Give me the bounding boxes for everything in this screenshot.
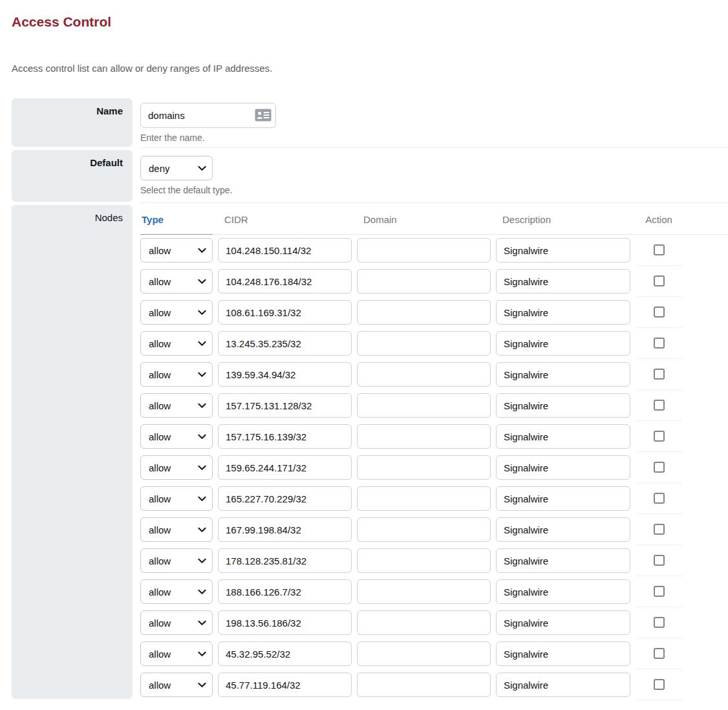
node-action-cell [636, 328, 682, 359]
node-type-select[interactable]: allow [140, 362, 213, 387]
node-type-select[interactable]: allow [140, 548, 213, 573]
node-type-select-wrap: allow [140, 362, 213, 387]
node-type-select[interactable]: allow [140, 331, 213, 356]
node-type-select[interactable]: allow [140, 486, 213, 511]
node-cidr-cell [218, 483, 352, 514]
node-cidr-input[interactable] [218, 517, 352, 542]
node-cidr-input[interactable] [218, 548, 352, 573]
node-type-select[interactable]: allow [140, 641, 213, 666]
node-domain-input[interactable] [357, 455, 491, 480]
node-domain-input[interactable] [357, 548, 491, 573]
node-delete-checkbox[interactable] [654, 275, 665, 286]
node-delete-checkbox[interactable] [654, 493, 665, 504]
node-delete-checkbox[interactable] [654, 431, 665, 442]
node-cidr-input[interactable] [218, 610, 352, 635]
node-description-cell [496, 297, 630, 328]
node-delete-checkbox[interactable] [654, 679, 665, 690]
node-cidr-input[interactable] [218, 486, 352, 511]
node-type-select[interactable]: allow [140, 455, 213, 480]
node-delete-checkbox[interactable] [654, 648, 665, 659]
node-description-input[interactable] [496, 238, 630, 263]
node-cidr-cell [218, 638, 352, 669]
node-domain-input[interactable] [357, 486, 491, 511]
address-card-icon[interactable] [255, 109, 272, 122]
node-action-cell [636, 669, 682, 700]
node-description-input[interactable] [496, 300, 630, 325]
node-description-input[interactable] [496, 393, 630, 418]
node-domain-input[interactable] [357, 362, 491, 387]
default-field-area: deny Select the default type. [140, 150, 728, 203]
node-type-select[interactable]: allow [140, 300, 213, 325]
access-control-page: Access Control Access control list can a… [0, 14, 728, 700]
node-description-input[interactable] [496, 610, 630, 635]
node-domain-input[interactable] [357, 300, 491, 325]
node-cidr-input[interactable] [218, 424, 352, 449]
node-description-input[interactable] [496, 486, 630, 511]
node-domain-input[interactable] [357, 393, 491, 418]
node-domain-input[interactable] [357, 610, 491, 635]
nodes-label: Nodes [12, 205, 133, 699]
node-description-input[interactable] [496, 455, 630, 480]
node-description-input[interactable] [496, 331, 630, 356]
node-delete-checkbox[interactable] [654, 462, 665, 473]
node-description-input[interactable] [496, 424, 630, 449]
node-delete-checkbox[interactable] [654, 586, 665, 597]
node-type-select[interactable]: allow [140, 424, 213, 449]
node-cidr-input[interactable] [218, 455, 352, 480]
node-cidr-input[interactable] [218, 579, 352, 604]
column-header-cidr: CIDR [218, 213, 352, 226]
node-domain-cell [357, 421, 491, 452]
node-type-cell: allow [140, 328, 213, 359]
node-domain-input[interactable] [357, 424, 491, 449]
node-cidr-input[interactable] [218, 238, 352, 263]
node-type-select[interactable]: allow [140, 238, 213, 263]
node-action-cell [636, 607, 682, 638]
node-delete-checkbox[interactable] [654, 244, 665, 255]
node-domain-cell [357, 359, 491, 390]
node-delete-checkbox[interactable] [654, 617, 665, 628]
node-domain-input[interactable] [357, 641, 491, 666]
node-delete-checkbox[interactable] [654, 307, 665, 317]
node-domain-input[interactable] [357, 579, 491, 604]
node-description-input[interactable] [496, 362, 630, 387]
node-type-select[interactable]: allow [140, 579, 213, 604]
node-description-cell [496, 607, 630, 638]
node-description-input[interactable] [496, 517, 630, 542]
node-domain-input[interactable] [357, 672, 491, 697]
default-select[interactable]: deny [140, 156, 213, 180]
node-delete-checkbox[interactable] [654, 369, 665, 380]
node-type-select[interactable]: allow [140, 610, 213, 635]
node-cidr-input[interactable] [218, 362, 352, 387]
node-delete-checkbox[interactable] [654, 400, 665, 411]
node-type-select[interactable]: allow [140, 393, 213, 418]
node-action-cell [636, 390, 682, 421]
node-cidr-input[interactable] [218, 269, 352, 294]
column-header-type[interactable]: Type [140, 213, 213, 226]
node-description-input[interactable] [496, 269, 630, 294]
node-cidr-input[interactable] [218, 672, 352, 697]
node-delete-checkbox[interactable] [654, 524, 665, 535]
node-domain-input[interactable] [357, 331, 491, 356]
column-header-description: Description [496, 213, 630, 226]
node-domain-input[interactable] [357, 238, 491, 263]
node-cidr-input[interactable] [218, 393, 352, 418]
node-description-input[interactable] [496, 641, 630, 666]
node-domain-input[interactable] [357, 517, 491, 542]
node-type-select[interactable]: allow [140, 517, 213, 542]
node-type-select[interactable]: allow [140, 269, 213, 294]
node-cidr-cell [218, 607, 352, 638]
node-domain-input[interactable] [357, 269, 491, 294]
node-description-input[interactable] [496, 672, 630, 697]
node-description-input[interactable] [496, 579, 630, 604]
node-row: allow [140, 421, 728, 452]
node-row: allow [140, 545, 728, 576]
node-description-input[interactable] [496, 548, 630, 573]
node-delete-checkbox[interactable] [654, 338, 665, 349]
node-description-cell [496, 545, 630, 576]
node-delete-checkbox[interactable] [654, 555, 665, 566]
node-type-select[interactable]: allow [140, 672, 213, 697]
node-description-cell [496, 235, 630, 266]
node-cidr-input[interactable] [218, 331, 352, 356]
node-cidr-input[interactable] [218, 300, 352, 325]
node-cidr-input[interactable] [218, 641, 352, 666]
